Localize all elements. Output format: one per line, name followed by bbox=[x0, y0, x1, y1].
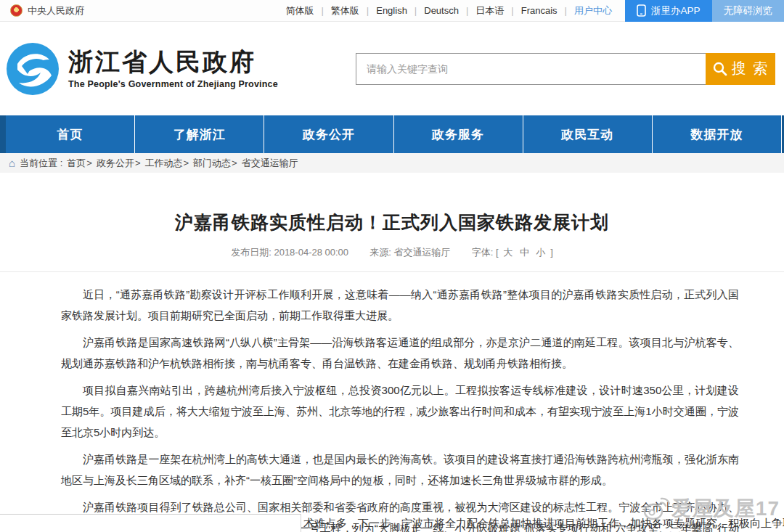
font-size-large[interactable]: 大 bbox=[501, 247, 515, 258]
nav-item-about-zhejiang[interactable]: 了解浙江 bbox=[135, 115, 264, 153]
publish-date-label: 发布日期: bbox=[231, 247, 271, 258]
accessibility-button-label: 无障碍浏览 bbox=[724, 4, 773, 17]
nav-item-home[interactable]: 首页 bbox=[6, 115, 135, 153]
article-meta: 发布日期: 2018-04-28 00:00 来源: 省交通运输厅 字体: [ … bbox=[0, 246, 784, 259]
breadcrumb-gov-info[interactable]: 政务公开 bbox=[97, 157, 134, 170]
home-icon: ⌂ bbox=[9, 157, 15, 169]
app-button-label: 浙里办APP bbox=[651, 4, 701, 17]
search-input[interactable] bbox=[356, 53, 706, 85]
lang-english[interactable]: English bbox=[376, 5, 407, 16]
bracket-open: [ bbox=[496, 247, 499, 258]
lang-deutsch[interactable]: Deutsch bbox=[424, 5, 459, 16]
breadcrumb-prefix: 当前位置 : bbox=[20, 157, 62, 170]
zhejiang-logo-icon bbox=[6, 42, 60, 96]
article-paragraph: 沪嘉甬铁路是一座架在杭州湾上的高铁大通道，也是国内最长的跨海高铁。该项目的建设将… bbox=[61, 449, 739, 491]
central-gov-link[interactable]: ★ 中央人民政府 bbox=[0, 4, 84, 17]
nav-item-interaction[interactable]: 政民互动 bbox=[523, 115, 653, 153]
font-size-switcher: 字体: [ 大 中 小 ] bbox=[472, 247, 553, 258]
topbar-right: 简体版 | 繁体版 | English | Deutsch | 日本语 | Fr… bbox=[285, 0, 784, 22]
article-paragraph: 项目拟自嘉兴南站引出，跨越杭州湾后接入宁波枢纽，总投资300亿元以上。工程拟按客… bbox=[61, 380, 739, 443]
brand-text: 浙江省人民政府 The People's Government of Zheji… bbox=[68, 48, 278, 89]
lang-simplified[interactable]: 简体版 bbox=[285, 4, 314, 17]
national-emblem-icon: ★ bbox=[10, 4, 23, 17]
divider: | bbox=[367, 5, 369, 16]
breadcrumb-separator: > bbox=[232, 157, 237, 168]
lang-traditional[interactable]: 繁体版 bbox=[331, 4, 359, 17]
user-center-link[interactable]: 用户中心 bbox=[574, 4, 612, 17]
accessibility-button[interactable]: 无障碍浏览 bbox=[712, 0, 784, 22]
search-box: 搜 索 bbox=[356, 53, 775, 85]
site-title-english: The People's Government of Zhejiang Prov… bbox=[68, 79, 278, 89]
font-size-medium[interactable]: 中 bbox=[518, 247, 531, 258]
divider: | bbox=[415, 5, 417, 16]
zheliban-app-button[interactable]: 浙里办APP bbox=[625, 0, 712, 22]
article-title: 沪嘉甬铁路实质性启动！正式列入国家铁路发展计划 bbox=[0, 210, 784, 234]
site-logo[interactable]: 浙江省人民政府 The People's Government of Zheji… bbox=[6, 42, 278, 96]
nav-item-open-data[interactable]: 数据开放 bbox=[653, 115, 782, 153]
font-size-label: 字体: bbox=[472, 247, 494, 258]
divider: | bbox=[466, 5, 468, 16]
publish-date: 2018-04-28 00:00 bbox=[274, 247, 348, 258]
divider: | bbox=[565, 5, 567, 16]
source-value: 省交通运输厅 bbox=[394, 247, 451, 258]
site-header: 浙江省人民政府 The People's Government of Zheji… bbox=[0, 22, 784, 115]
bracket-close: ] bbox=[550, 247, 553, 258]
breadcrumb-home[interactable]: 首页 bbox=[67, 157, 86, 170]
search-button[interactable]: 搜 索 bbox=[706, 53, 775, 85]
site-title: 浙江省人民政府 bbox=[68, 48, 278, 76]
divider: | bbox=[511, 5, 513, 16]
nav-item-gov-services[interactable]: 政务服务 bbox=[394, 115, 523, 153]
source-label: 来源: bbox=[369, 247, 391, 258]
article-paragraph: 近日，“通苏嘉甬铁路”勘察设计开评标工作顺利开展，这意味着——纳入“通苏嘉甬铁路… bbox=[61, 284, 739, 326]
breadcrumb-separator: > bbox=[86, 157, 92, 168]
page: ★ 中央人民政府 简体版 | 繁体版 | English | Deutsch |… bbox=[0, 0, 784, 532]
breadcrumb-separator: > bbox=[135, 157, 141, 168]
language-links: 简体版 | 繁体版 | English | Deutsch | 日本语 | Fr… bbox=[285, 0, 612, 22]
lang-francais[interactable]: Francais bbox=[521, 5, 558, 16]
search-button-label: 搜 索 bbox=[732, 59, 769, 78]
article-header: 沪嘉甬铁路实质性启动！正式列入国家铁路发展计划 发布日期: 2018-04-28… bbox=[0, 173, 784, 259]
nav-item-gov-info[interactable]: 政务公开 bbox=[264, 115, 393, 153]
article-paragraph: 沪嘉甬铁路是国家高速铁路网“八纵八横”主骨架——沿海铁路客运通道的组成部分，亦是… bbox=[61, 332, 739, 374]
breadcrumb-separator: > bbox=[183, 157, 189, 168]
breadcrumb-department-news[interactable]: 部门动态 bbox=[193, 157, 231, 170]
breadcrumb-transport-dept[interactable]: 省交通运输厅 bbox=[242, 157, 298, 170]
lang-japanese[interactable]: 日本语 bbox=[475, 4, 504, 17]
central-gov-label[interactable]: 中央人民政府 bbox=[28, 4, 84, 17]
phone-icon bbox=[637, 4, 646, 17]
divider: | bbox=[321, 5, 323, 16]
breadcrumb: ⌂ 当前位置 : 首页 > 政务公开 > 工作动态 > 部门动态 > 省交通运输… bbox=[0, 153, 784, 173]
top-utility-bar: ★ 中央人民政府 简体版 | 繁体版 | English | Deutsch |… bbox=[0, 0, 784, 22]
main-nav: 首页 了解浙江 政务公开 政务服务 政民互动 数据开放 bbox=[0, 115, 784, 153]
article-body: 近日，“通苏嘉甬铁路”勘察设计开评标工作顺利开展，这意味着——纳入“通苏嘉甬铁路… bbox=[0, 272, 784, 532]
white-overlay-box bbox=[0, 514, 301, 532]
search-icon bbox=[712, 61, 728, 77]
breadcrumb-work-news[interactable]: 工作动态 bbox=[144, 157, 182, 170]
font-size-small[interactable]: 小 bbox=[534, 247, 548, 258]
